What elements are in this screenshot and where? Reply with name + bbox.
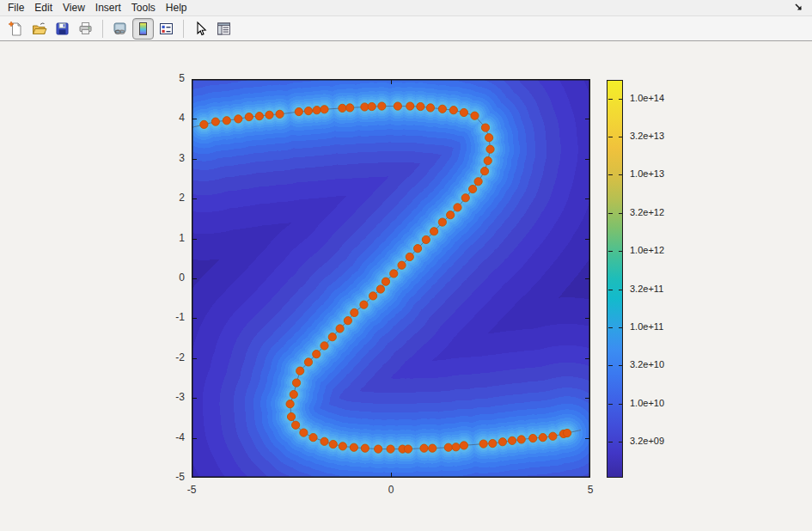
menu-view[interactable]: View (58, 1, 90, 15)
y-tick-label: 2 (133, 192, 185, 204)
y-tick-label: -3 (133, 391, 185, 403)
new-document-icon (8, 21, 24, 37)
y-tick-label: 0 (133, 272, 185, 284)
colorbar-tick (619, 290, 623, 290)
save-figure-button[interactable] (52, 18, 73, 40)
y-tick-label: -5 (133, 471, 185, 483)
menu-file[interactable]: File (3, 1, 29, 15)
colorbar-tick (608, 290, 613, 290)
colorbar-tick (608, 327, 613, 328)
colorbar-tick (608, 251, 613, 252)
colorbar-tick (608, 213, 613, 214)
dock-figure-icon[interactable] (793, 2, 805, 14)
colorbar-tick (619, 99, 623, 100)
y-tick-label: 1 (133, 232, 185, 244)
colorbar-gradient (607, 81, 622, 477)
colorbar-tick (619, 174, 623, 175)
colorbar-tick (619, 251, 623, 252)
colorbar-tick (608, 404, 613, 405)
legend-icon (158, 21, 174, 37)
colorbar-tick-label: 3.2e+11 (630, 284, 663, 294)
insert-colorbar-button[interactable] (132, 18, 154, 40)
colorbar-tick-label: 1.0e+14 (630, 93, 664, 103)
colorbar-tick-label: 1.0e+10 (630, 398, 664, 408)
printer-icon (77, 21, 94, 37)
colorbar-tick (619, 213, 623, 214)
menu-edit[interactable]: Edit (29, 1, 58, 15)
y-tick-label: 5 (133, 72, 185, 84)
figure-canvas-area: 543210-1-2-3-4-5 -505 1.0e+143.2e+131.0e… (0, 41, 812, 531)
colorbar-tick-label: 1.0e+13 (630, 168, 664, 179)
colorbar-tick (608, 365, 613, 366)
menu-insert[interactable]: Insert (90, 1, 126, 15)
menu-help[interactable]: Help (161, 1, 192, 15)
y-tick-label: -1 (133, 311, 185, 323)
toolbar-separator (183, 20, 184, 38)
colorbar-tick-label: 3.2e+13 (630, 131, 664, 141)
colorbar-tick-label: 3.2e+10 (630, 359, 664, 369)
new-figure-button[interactable] (5, 18, 27, 40)
colorbar-tick (619, 137, 623, 137)
figure-window: File Edit View Insert Tools Help (0, 0, 812, 531)
colorbar-tick (619, 404, 623, 405)
colorbar (607, 80, 623, 478)
toolbar-separator (102, 20, 103, 38)
y-tick-label: 4 (133, 112, 185, 124)
link-plot-icon (112, 21, 128, 37)
floppy-disk-icon (54, 21, 70, 37)
print-figure-button[interactable] (75, 18, 96, 40)
x-tick-label: 5 (573, 484, 607, 496)
link-plot-button[interactable] (109, 18, 131, 40)
colorbar-tick-label: 1.0e+12 (630, 245, 664, 255)
figure-toolbar (0, 16, 812, 41)
open-file-button[interactable] (28, 18, 50, 40)
y-tick-label: -2 (133, 351, 185, 363)
edit-plot-button[interactable] (190, 18, 211, 40)
colorbar-tick-label: 3.2e+09 (630, 436, 664, 446)
plot-tools-panel-icon (216, 21, 232, 37)
contour-scatter-plot[interactable] (192, 79, 590, 478)
x-tick-label: -5 (174, 484, 209, 496)
y-tick-label: -4 (133, 431, 185, 443)
colorbar-tick (619, 365, 623, 366)
pointer-arrow-icon (192, 21, 209, 37)
colorbar-tick (608, 174, 613, 175)
y-tick-label: 3 (133, 152, 185, 164)
colorbar-tick (619, 327, 623, 328)
menu-tools[interactable]: Tools (126, 1, 161, 15)
colorbar-tick-label: 1.0e+11 (630, 321, 663, 332)
colorbar-tick-label: 3.2e+12 (630, 207, 664, 217)
menu-bar: File Edit View Insert Tools Help (0, 0, 812, 16)
show-plot-tools-button[interactable] (213, 18, 235, 40)
open-folder-icon (31, 21, 47, 37)
colorbar-tick (619, 442, 623, 442)
colorbar-tick (608, 99, 613, 100)
colorbar-tick (608, 442, 613, 442)
colorbar-tick (608, 137, 613, 137)
insert-legend-button[interactable] (156, 18, 177, 40)
colorbar-icon (135, 21, 151, 37)
x-tick-label: 0 (374, 484, 408, 496)
